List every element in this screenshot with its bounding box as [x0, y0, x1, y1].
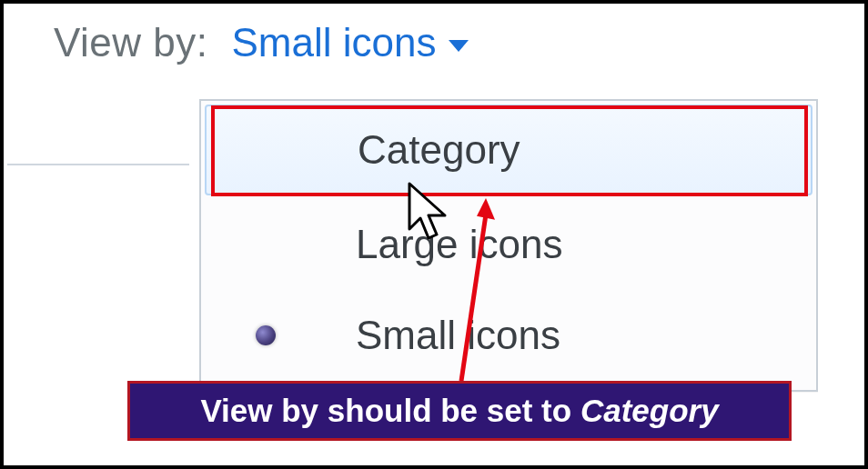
callout-text-emphasis: Category: [580, 393, 719, 429]
view-by-row: View by: Small icons: [54, 20, 469, 65]
callout-text-prefix: View by should be set to: [200, 393, 580, 429]
menu-item-small-icons[interactable]: Small icons: [201, 290, 816, 381]
menu-item-label: Small icons: [356, 313, 560, 358]
view-by-label: View by:: [54, 20, 208, 65]
menu-item-label: Category: [358, 127, 520, 173]
menu-item-label: Large icons: [356, 222, 562, 267]
view-by-menu: Category Large icons Small icons: [199, 99, 818, 392]
menu-item-category[interactable]: Category: [205, 105, 812, 195]
chevron-down-icon: [449, 40, 469, 52]
radio-selected-icon: [256, 325, 276, 345]
menu-item-large-icons[interactable]: Large icons: [201, 199, 816, 290]
view-by-dropdown-trigger[interactable]: Small icons: [232, 20, 469, 65]
divider: [7, 164, 189, 165]
instruction-callout: View by should be set to Category: [127, 381, 792, 441]
view-by-selected-value: Small icons: [232, 20, 437, 65]
